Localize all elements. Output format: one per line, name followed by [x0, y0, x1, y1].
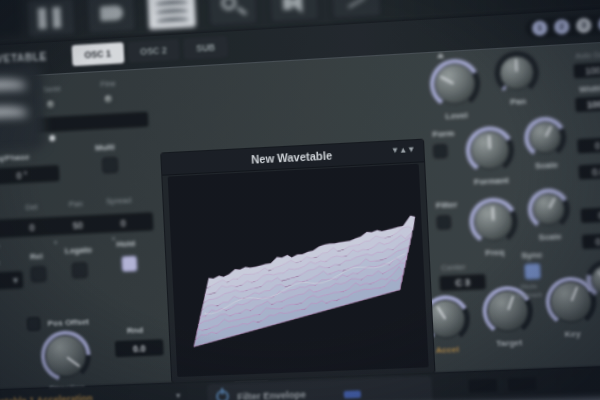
slider-handle[interactable]	[49, 135, 55, 142]
formant-label: Formant	[453, 174, 530, 188]
form-scale-value[interactable]: 0.0	[579, 163, 600, 179]
foreground-blurred-icon	[0, 0, 24, 40]
wavetable-3d-graphic	[168, 164, 429, 377]
rel-label: Rel	[30, 251, 43, 261]
legato-label: Legato	[65, 245, 93, 256]
unison-pan-value[interactable]: 50	[73, 220, 83, 231]
preset-1-button[interactable]: 1	[532, 20, 548, 36]
tick-marker: ▾	[112, 234, 115, 242]
footer-value-box[interactable]	[468, 379, 497, 393]
hold-checkbox[interactable]	[121, 256, 137, 273]
plugin-window: WAVETABLE OSC 1 OSC 2 SUB 1 2 3 4 Oct Se…	[0, 0, 600, 400]
loop-mode-dropdown[interactable]: All ▾	[0, 271, 23, 290]
power-icon[interactable]	[216, 390, 229, 400]
level-knob[interactable]: Level	[433, 62, 476, 105]
right-knob-panel: Level Pan Form Formant Scale Filter Freq	[426, 44, 580, 300]
direction-knob[interactable]: Direction	[44, 334, 87, 378]
tick-marker: ▾	[54, 238, 57, 246]
modulator-dropdown-icon[interactable]: ▾	[176, 391, 181, 400]
tab-sub[interactable]: SUB	[183, 36, 228, 60]
speaker-icon[interactable]	[268, 0, 320, 24]
sync-keytrack-label: Keytrack	[517, 291, 543, 299]
formant-knob[interactable]: Formant	[469, 130, 510, 171]
form-label: Form	[432, 128, 454, 139]
browser-columns-icon[interactable]	[26, 0, 76, 38]
fine-label: Fine	[100, 79, 116, 89]
unison-det-value[interactable]: 0	[29, 222, 34, 233]
rnd1-label: Rnd	[127, 325, 144, 335]
hold-label: Hold	[116, 239, 135, 249]
auto-gain-label: Auto Gain	[575, 50, 600, 60]
dropdown-arrow-icon: ▾	[13, 273, 18, 289]
filter-freq-knob[interactable]: Freq	[473, 201, 514, 242]
rnd1-value[interactable]: 0.0	[115, 339, 164, 357]
wavetable-waves-icon[interactable]	[146, 0, 197, 31]
sync-mode-label: Mode	[521, 283, 538, 290]
preset-3-button[interactable]: 3	[576, 17, 592, 33]
wavetable-menu-icon[interactable]: ▾	[408, 143, 417, 154]
filter-label: Filter	[436, 200, 458, 211]
unison-value-bar: 1.0 0 50 0	[0, 212, 153, 238]
unison-spread-label: Spread	[106, 195, 132, 206]
sync-amount-knob[interactable]	[590, 264, 600, 296]
envelope-mini-meter	[344, 390, 362, 398]
pan-knob[interactable]: Pan	[498, 55, 535, 92]
filter-checkbox[interactable]	[436, 215, 451, 230]
modulator-tab[interactable]: Wavetable 1 Acceleration	[0, 393, 93, 400]
unison-pan-label: Pan	[69, 199, 83, 209]
form-checkbox[interactable]	[433, 144, 448, 159]
rel-checkbox[interactable]	[30, 266, 46, 282]
tab-osc1[interactable]: OSC 1	[72, 42, 124, 66]
formant-value[interactable]: 0	[577, 137, 600, 153]
center-value[interactable]: C 3	[439, 274, 485, 291]
multi-label: Multi	[95, 142, 115, 153]
sync-checkbox[interactable]	[524, 263, 541, 280]
tick-marker	[437, 53, 444, 58]
multi-checkbox[interactable]	[102, 157, 118, 174]
pos-offset-checkbox[interactable]	[27, 317, 41, 331]
form-scale-label: Scale	[508, 158, 585, 172]
photo-of-synth-ui: WAVETABLE OSC 1 OSC 2 SUB 1 2 3 4 Oct Se…	[0, 0, 600, 400]
auto-gain-value[interactable]: 100.0	[574, 62, 600, 79]
pos-offset-label: Pos Offset	[47, 317, 89, 328]
search-icon[interactable]	[207, 0, 259, 27]
sync-label: Sync	[521, 250, 542, 261]
semi-knob[interactable]	[45, 99, 56, 110]
preset-flask-icon[interactable]	[86, 0, 137, 35]
preset-2-button[interactable]: 2	[554, 19, 570, 35]
wavetable-display: New Wavetable ▾▴▾ 3D	[160, 139, 435, 384]
key-label: Key	[534, 328, 600, 341]
filter-scale-knob[interactable]: Scale	[531, 192, 566, 226]
foreground-waves-icon	[0, 63, 45, 154]
routing-icon[interactable]	[330, 0, 382, 20]
semi-label: Semi	[42, 84, 60, 94]
main-panel: Oct Semi Fine Freq/Phase 0 ° Multi No. D…	[0, 40, 600, 390]
filter-scale-value[interactable]: 0.0	[582, 233, 600, 249]
wavetable-3d-view[interactable]	[168, 164, 429, 377]
center-label: Center	[441, 262, 466, 273]
wavetable-nav-arrows[interactable]: ▾▴▾	[392, 143, 417, 155]
width-value[interactable]: 100.0	[575, 95, 600, 112]
fine-knob[interactable]	[103, 94, 114, 105]
width-label: Width	[579, 83, 600, 94]
freq-phase-value[interactable]: 0 °	[0, 165, 59, 185]
legato-checkbox[interactable]	[72, 262, 88, 279]
footer-value-box[interactable]	[508, 377, 537, 391]
freq-phase-label: Freq/Phase	[0, 152, 30, 164]
envelope-tab-label: Filter Envelope	[237, 389, 306, 400]
preset-slot-buttons: 1 2 3 4	[525, 14, 600, 39]
level-label: Level	[418, 109, 494, 123]
envelope-tab[interactable]: Filter Envelope	[207, 376, 433, 400]
unison-spread-value[interactable]: 0	[120, 218, 125, 229]
tab-osc2[interactable]: OSC 2	[127, 39, 180, 63]
filter-scale-label: Scale	[512, 230, 589, 243]
oscillator-tabs: OSC 1 OSC 2 SUB	[72, 36, 229, 66]
pan-label: Pan	[480, 95, 557, 109]
filter-freq-value[interactable]: 0	[581, 207, 600, 223]
unison-det-label: Det	[25, 202, 37, 212]
form-scale-knob[interactable]: Scale	[528, 120, 563, 154]
